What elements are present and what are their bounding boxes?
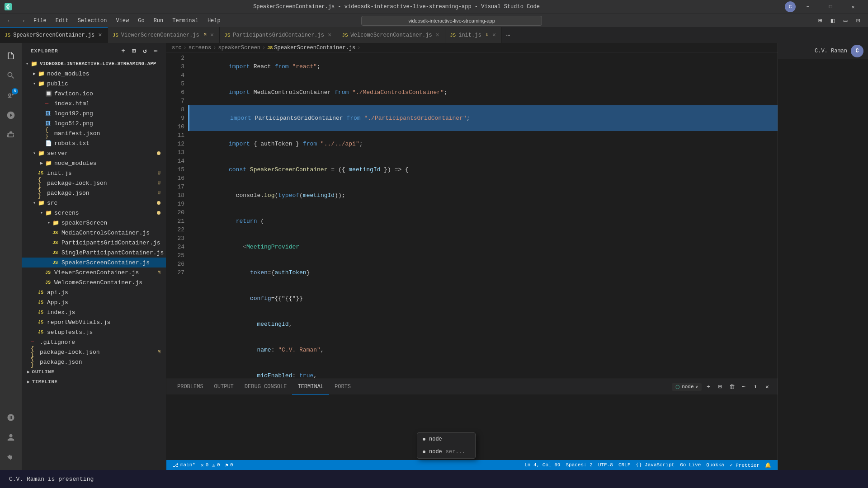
tab-output[interactable]: OUTPUT: [209, 379, 239, 395]
sidebar-item-speaker-screen-container[interactable]: JS SpeakerScreenContainer.js: [22, 258, 166, 267]
tab-terminal[interactable]: TERMINAL: [292, 379, 329, 395]
status-position[interactable]: Ln 4, Col 69: [522, 460, 563, 470]
user-avatar[interactable]: C: [785, 1, 796, 12]
tab-welcome-screen[interactable]: JS WelcomeScreenContainer.js ×: [337, 27, 445, 43]
tab-close-icon[interactable]: ×: [491, 32, 497, 39]
toggle-sidebar-icon[interactable]: ◧: [827, 15, 838, 26]
tab-viewer-screen[interactable]: JS ViewerScreenContainer.js M ×: [108, 27, 220, 43]
terminal-instance-node-server[interactable]: node ser...: [417, 446, 475, 458]
sidebar-item-logo192[interactable]: 🖼 logo192.png: [22, 108, 166, 118]
menu-selection[interactable]: Selection: [74, 17, 111, 25]
breadcrumb-src[interactable]: src: [172, 45, 182, 51]
more-tabs-button[interactable]: ⋯: [502, 27, 514, 43]
code-editor[interactable]: import React from "react"; import MediaC…: [188, 53, 778, 379]
tab-init[interactable]: JS init.js U ×: [445, 27, 502, 43]
status-bell[interactable]: 🔔: [762, 460, 774, 470]
tab-close-icon[interactable]: ×: [97, 32, 103, 39]
breadcrumb-speaker-screen[interactable]: speakerScreen: [218, 45, 260, 51]
sidebar-item-media-controls[interactable]: JS MediaControlsContainer.js: [22, 228, 166, 238]
status-line-ending[interactable]: CRLF: [616, 460, 633, 470]
sidebar-item-logo512[interactable]: 🖼 logo512.png: [22, 118, 166, 128]
menu-go[interactable]: Go: [134, 17, 148, 25]
remote-icon[interactable]: [2, 408, 20, 427]
sidebar-item-index[interactable]: JS index.js: [22, 307, 166, 317]
status-branch[interactable]: ⎇ main*: [170, 460, 198, 470]
menu-file[interactable]: File: [30, 17, 50, 25]
status-go-live[interactable]: Go Live: [677, 460, 703, 470]
sidebar-item-screens[interactable]: ▾ 📁 screens: [22, 208, 166, 218]
toggle-panel-icon[interactable]: ▭: [840, 15, 851, 26]
breadcrumb-screens[interactable]: screens: [189, 45, 211, 51]
tab-debug-console[interactable]: DEBUG CONSOLE: [239, 379, 292, 395]
source-control-icon[interactable]: 8: [2, 86, 20, 104]
sidebar-item-setup-tests[interactable]: JS setupTests.js: [22, 327, 166, 337]
sidebar-item-robots[interactable]: 📄 robots.txt: [22, 138, 166, 148]
sidebar-item-index-html[interactable]: — index.html: [22, 99, 166, 108]
outline-section[interactable]: ▶ OUTLINE: [22, 367, 166, 377]
settings-icon[interactable]: [2, 448, 20, 466]
refresh-button[interactable]: ↺: [141, 47, 150, 56]
sidebar-item-participants-grid[interactable]: JS ParticipantsGridContainer.js: [22, 238, 166, 248]
nav-forward-button[interactable]: →: [17, 15, 28, 26]
sidebar-item-public[interactable]: ▾ 📁 public: [22, 79, 166, 89]
sidebar-item-gitignore[interactable]: — .gitignore: [22, 337, 166, 347]
status-info[interactable]: ⚑ 0: [222, 460, 236, 470]
sidebar-item-app[interactable]: JS App.js: [22, 297, 166, 307]
tab-ports[interactable]: PORTS: [329, 379, 356, 395]
project-root[interactable]: ▾ 📁 VIDEOSDK-INTERACTIVE-LIVE-STREAMING-…: [22, 59, 166, 69]
maximize-button[interactable]: □: [820, 0, 841, 14]
menu-edit[interactable]: Edit: [52, 17, 72, 25]
tab-problems[interactable]: PROBLEMS: [172, 379, 209, 395]
add-terminal-button[interactable]: +: [703, 382, 713, 392]
sidebar-item-pkg[interactable]: { } package.json: [22, 357, 166, 367]
new-folder-button[interactable]: ⊞: [130, 47, 139, 56]
menu-view[interactable]: View: [112, 17, 132, 25]
run-debug-icon[interactable]: [2, 106, 20, 124]
status-quokka[interactable]: Quokka: [703, 460, 727, 470]
extensions-icon[interactable]: [2, 126, 20, 144]
terminal-instance-node[interactable]: node: [417, 433, 475, 446]
tab-close-icon[interactable]: ×: [209, 32, 215, 39]
collapse-all-button[interactable]: ⋯: [151, 47, 160, 56]
menu-help[interactable]: Help: [204, 17, 224, 25]
timeline-section[interactable]: ▶ TIMELINE: [22, 377, 166, 387]
sidebar-item-speaker-screen[interactable]: ▾ 📁 speakerScreen: [22, 218, 166, 228]
account-icon[interactable]: [2, 428, 20, 446]
split-terminal-button[interactable]: ⊞: [715, 382, 725, 392]
close-button[interactable]: ✕: [843, 0, 863, 14]
tab-close-icon[interactable]: ×: [435, 32, 440, 39]
sidebar-item-server-pkg[interactable]: { } package.json U: [22, 188, 166, 198]
status-encoding[interactable]: UTF-8: [595, 460, 616, 470]
sidebar-item-report-web[interactable]: JS reportWebVitals.js: [22, 317, 166, 327]
menu-run[interactable]: Run: [150, 17, 167, 25]
sidebar-item-manifest[interactable]: { } manifest.json: [22, 128, 166, 138]
search-icon[interactable]: [2, 66, 20, 84]
sidebar-item-server[interactable]: ▾ 📁 server: [22, 148, 166, 158]
breadcrumb-file[interactable]: JSSpeakerScreenContainer.js: [267, 45, 355, 51]
trash-terminal-button[interactable]: 🗑: [727, 382, 737, 392]
sidebar-item-single-participant[interactable]: JS SingleParticipantContainer.js: [22, 248, 166, 258]
maximize-panel-button[interactable]: ⬆: [750, 382, 760, 392]
sidebar-item-pkg-lock[interactable]: { } package-lock.json M: [22, 347, 166, 357]
status-spaces[interactable]: Spaces: 2: [563, 460, 595, 470]
customize-layout-icon[interactable]: ⊡: [853, 15, 863, 26]
sidebar-item-favicon[interactable]: 🔲 favicon.ico: [22, 89, 166, 99]
split-editor-icon[interactable]: ⊞: [815, 15, 826, 26]
minimize-button[interactable]: −: [797, 0, 818, 14]
search-bar[interactable]: [361, 16, 542, 26]
more-terminal-button[interactable]: ⋯: [739, 382, 749, 392]
explorer-icon[interactable]: [2, 47, 20, 65]
sidebar-item-welcome-screen[interactable]: JS WelcomeScreenContainer.js: [22, 277, 166, 287]
tab-close-icon[interactable]: ×: [327, 32, 332, 39]
status-prettier[interactable]: ✓ Prettier: [727, 460, 762, 470]
right-user-avatar[interactable]: C: [851, 45, 863, 57]
status-errors[interactable]: ✕ 0 ⚠ 0: [198, 460, 222, 470]
sidebar-item-api[interactable]: JS api.js: [22, 287, 166, 297]
close-panel-button[interactable]: ✕: [762, 382, 772, 392]
sidebar-item-src[interactable]: ▾ 📁 src: [22, 198, 166, 208]
new-file-button[interactable]: +: [119, 47, 128, 56]
terminal-instance-selector[interactable]: ⬡ node ∨: [672, 383, 702, 391]
nav-back-button[interactable]: ←: [5, 15, 15, 26]
sidebar-item-server-node-modules[interactable]: ▶ 📁 node_modules: [22, 158, 166, 168]
tab-speaker-screen[interactable]: JS SpeakerScreenContainer.js ×: [0, 27, 108, 43]
